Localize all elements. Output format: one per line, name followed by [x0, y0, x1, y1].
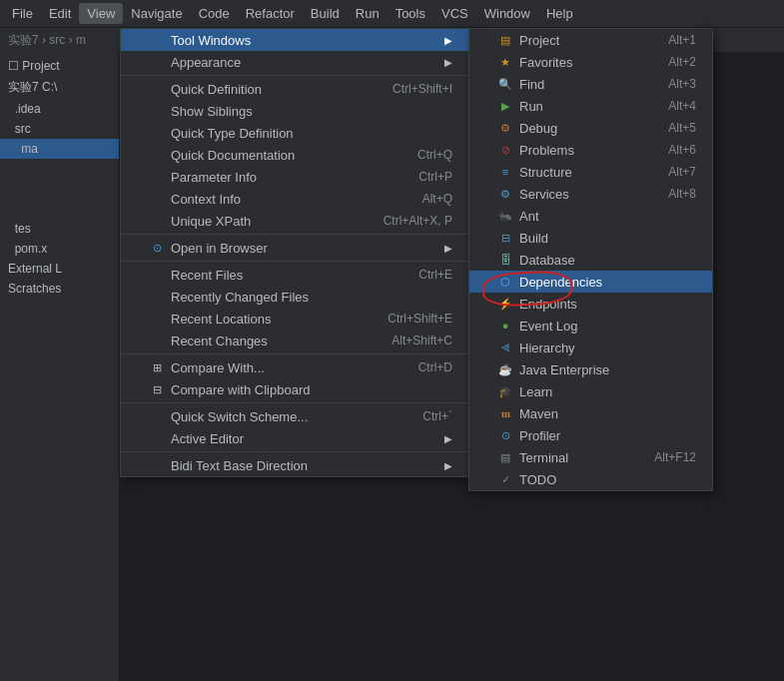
menu-item-quick-type[interactable]: Quick Type Definition — [121, 122, 468, 144]
side-item-external[interactable]: External L — [0, 259, 119, 279]
quick-switch-icon — [149, 408, 165, 424]
endpoints-icon: ⚡ — [497, 296, 513, 312]
menu-item-show-siblings[interactable]: Show Siblings — [121, 100, 468, 122]
side-item-pom[interactable]: pom.x — [0, 239, 119, 259]
menu-item-context-info[interactable]: Context Info Alt+Q — [121, 188, 468, 210]
dependencies-icon: ⬡ — [497, 274, 513, 290]
menu-item-open-browser[interactable]: ⊙ Open in Browser ▶ — [121, 237, 468, 259]
submenu-item-build[interactable]: ⊟ Build — [469, 227, 712, 249]
maven-icon: 𝐦 — [497, 405, 513, 421]
menu-item-recent-changes[interactable]: Recent Changes Alt+Shift+C — [121, 330, 468, 351]
separator-1 — [121, 75, 468, 76]
menu-run[interactable]: Run — [348, 3, 388, 24]
side-panel: ☐ Project 实验7 C:\ .idea src ma tes pom.x… — [0, 52, 120, 681]
menu-item-tool-windows[interactable]: Tool Windows ▶ — [121, 29, 468, 51]
quick-def-icon — [149, 81, 165, 97]
submenu-item-maven[interactable]: 𝐦 Maven — [469, 402, 712, 424]
submenu-item-todo[interactable]: ✓ TODO — [469, 468, 712, 490]
tool-windows-icon — [149, 32, 165, 48]
context-info-icon — [149, 191, 165, 207]
menu-file[interactable]: File — [4, 3, 41, 24]
side-item-tes[interactable]: tes — [0, 219, 119, 239]
menu-item-compare-with[interactable]: ⊞ Compare With... Ctrl+D — [121, 356, 468, 378]
submenu-item-learn[interactable]: 🎓 Learn — [469, 380, 712, 402]
menu-item-unique-xpath[interactable]: Unique XPath Ctrl+Alt+X, P — [121, 210, 468, 232]
database-icon: 🗄 — [497, 252, 513, 268]
favorites-icon: ★ — [497, 54, 513, 70]
menu-refactor[interactable]: Refactor — [238, 3, 303, 24]
menu-item-param-info[interactable]: Parameter Info Ctrl+P — [121, 166, 468, 188]
menu-item-recently-changed[interactable]: Recently Changed Files — [121, 286, 468, 308]
submenu-item-terminal[interactable]: ▤ Terminal Alt+F12 — [469, 446, 712, 468]
menu-item-bidi[interactable]: Bidi Text Base Direction ▶ — [121, 454, 468, 476]
submenu-item-event-log[interactable]: ● Event Log — [469, 315, 712, 337]
menu-code[interactable]: Code — [191, 3, 238, 24]
hierarchy-icon: ⫷ — [497, 340, 513, 355]
menu-build[interactable]: Build — [303, 3, 348, 24]
arrow-icon: ▶ — [444, 35, 452, 46]
submenu-item-find[interactable]: 🔍 Find Alt+3 — [469, 73, 712, 95]
menu-vcs[interactable]: VCS — [433, 3, 476, 24]
menu-edit[interactable]: Edit — [41, 3, 79, 24]
menu-item-recent-locations[interactable]: Recent Locations Ctrl+Shift+E — [121, 308, 468, 330]
recent-files-icon — [149, 267, 165, 283]
compare-clipboard-icon: ⊟ — [149, 381, 165, 397]
submenu-item-hierarchy[interactable]: ⫷ Hierarchy — [469, 337, 712, 358]
menu-item-appearance[interactable]: Appearance ▶ — [121, 51, 468, 73]
submenu-item-structure[interactable]: ≡ Structure Alt+7 — [469, 161, 712, 183]
build-icon: ⊟ — [497, 230, 513, 246]
side-item-project[interactable]: ☐ Project — [0, 56, 119, 76]
menu-navigate[interactable]: Navigate — [123, 3, 190, 24]
menu-bar: File Edit View Navigate Code Refactor Bu… — [0, 0, 784, 28]
separator-2 — [121, 234, 468, 235]
side-item-ma[interactable]: ma — [0, 139, 119, 159]
submenu-item-java-enterprise[interactable]: ☕ Java Enterprise — [469, 358, 712, 380]
arrow-icon-5: ▶ — [444, 460, 452, 471]
menu-item-compare-clipboard[interactable]: ⊟ Compare with Clipboard — [121, 378, 468, 400]
todo-icon: ✓ — [497, 471, 513, 487]
menu-help[interactable]: Help — [538, 3, 581, 24]
menu-tools[interactable]: Tools — [388, 3, 433, 24]
menu-item-quick-def[interactable]: Quick Definition Ctrl+Shift+I — [121, 78, 468, 100]
submenu-item-endpoints[interactable]: ⚡ Endpoints — [469, 293, 712, 315]
terminal-icon: ▤ — [497, 449, 513, 465]
services-icon: ⚙ — [497, 186, 513, 202]
submenu-item-favorites[interactable]: ★ Favorites Alt+2 — [469, 51, 712, 73]
menu-item-recent-files[interactable]: Recent Files Ctrl+E — [121, 264, 468, 286]
project-icon: ▤ — [497, 32, 513, 48]
compare-with-icon: ⊞ — [149, 359, 165, 375]
profiler-icon: ⊙ — [497, 427, 513, 443]
submenu-item-debug[interactable]: ⚙ Debug Alt+5 — [469, 117, 712, 139]
recent-changes-icon — [149, 333, 165, 348]
submenu-item-database[interactable]: 🗄 Database — [469, 249, 712, 271]
menu-item-quick-switch[interactable]: Quick Switch Scheme... Ctrl+` — [121, 405, 468, 427]
side-item-idea[interactable]: .idea — [0, 99, 119, 119]
side-item-src[interactable]: src — [0, 119, 119, 139]
menu-window[interactable]: Window — [476, 3, 538, 24]
ant-icon: 🐜 — [497, 208, 513, 224]
java-icon: ☕ — [497, 361, 513, 377]
separator-6 — [121, 451, 468, 452]
separator-3 — [121, 261, 468, 262]
browser-icon: ⊙ — [149, 240, 165, 256]
side-item-lab7[interactable]: 实验7 C:\ — [0, 76, 119, 99]
menu-item-quick-doc[interactable]: Quick Documentation Ctrl+Q — [121, 144, 468, 166]
menu-item-active-editor[interactable]: Active Editor ▶ — [121, 427, 468, 449]
submenu-item-services[interactable]: ⚙ Services Alt+8 — [469, 183, 712, 205]
submenu-item-profiler[interactable]: ⊙ Profiler — [469, 424, 712, 446]
arrow-icon-4: ▶ — [444, 433, 452, 444]
bidi-icon — [149, 457, 165, 473]
xpath-icon — [149, 213, 165, 229]
menu-view[interactable]: View — [79, 3, 123, 24]
submenu-item-dependencies[interactable]: ⬡ Dependencies — [469, 271, 712, 293]
quick-type-icon — [149, 125, 165, 141]
submenu-item-problems[interactable]: ⊘ Problems Alt+6 — [469, 139, 712, 161]
recent-locations-icon — [149, 311, 165, 327]
submenu-item-project[interactable]: ▤ Project Alt+1 — [469, 29, 712, 51]
submenu-item-ant[interactable]: 🐜 Ant — [469, 205, 712, 227]
side-item-scratches[interactable]: Scratches — [0, 279, 119, 299]
submenu-item-run[interactable]: ▶ Run Alt+4 — [469, 95, 712, 117]
problems-icon: ⊘ — [497, 142, 513, 158]
param-info-icon — [149, 169, 165, 185]
arrow-icon-3: ▶ — [444, 243, 452, 254]
